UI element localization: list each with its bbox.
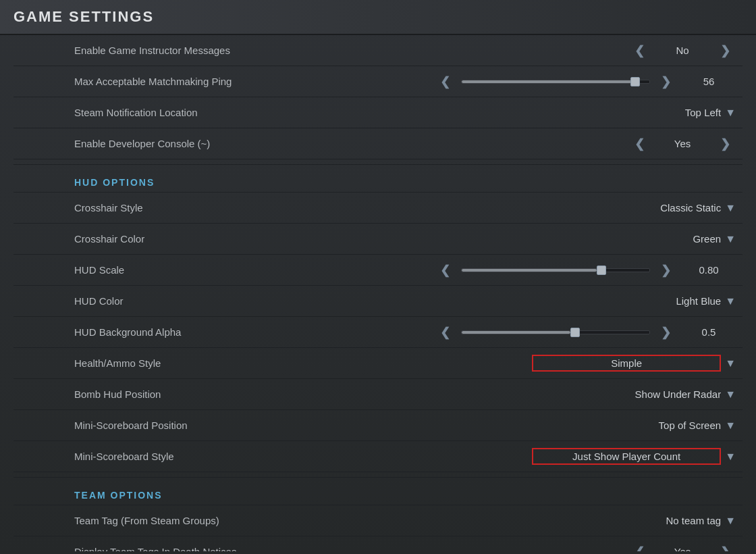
crosshair-color-chevron: ▼ (725, 233, 736, 245)
arrow-left-ping[interactable]: ❮ (435, 73, 456, 91)
health-ammo-dropdown[interactable]: Simple ▼ (532, 355, 736, 372)
crosshair-style-dropdown[interactable]: Classic Static ▼ (613, 202, 736, 214)
label-instructor-messages: Enable Game Instructor Messages (14, 45, 405, 56)
hud-color-chevron: ▼ (725, 295, 736, 307)
mini-scoreboard-pos-dropdown[interactable]: Top of Screen ▼ (613, 420, 736, 432)
label-crosshair-color: Crosshair Color (14, 233, 405, 245)
value-hud-color: Light Blue (613, 295, 721, 307)
hud-color-dropdown[interactable]: Light Blue ▼ (613, 295, 736, 307)
label-display-team-tags: Display Team Tags In Death Notices (14, 546, 405, 551)
health-ammo-chevron: ▼ (725, 357, 736, 370)
arrow-right-hud-alpha[interactable]: ❯ (655, 324, 676, 341)
setting-row-hud-bg-alpha: HUD Background Alpha ❮ ❯ 0.5 (14, 317, 742, 348)
control-health-ammo: Simple ▼ (405, 355, 742, 372)
ping-slider-thumb[interactable] (630, 77, 640, 86)
hud-scale-slider[interactable] (461, 268, 650, 272)
setting-row-instructor-messages: Enable Game Instructor Messages ❮ No ❯ (14, 35, 742, 66)
value-steam-notification: Top Left (613, 107, 721, 118)
spacer-1 (14, 159, 742, 165)
ping-slider[interactable] (461, 80, 650, 84)
control-bomb-hud: Show Under Radar ▼ (405, 388, 742, 401)
hud-scale-track (461, 268, 650, 272)
label-team-tag: Team Tag (From Steam Groups) (14, 515, 405, 526)
arrow-right-instructor[interactable]: ❯ (715, 42, 736, 59)
page-container: GAME SETTINGS Enable Game Instructor Mes… (0, 0, 756, 554)
setting-row-bomb-hud: Bomb Hud Position Show Under Radar ▼ (14, 379, 742, 410)
hud-scale-thumb[interactable] (597, 266, 606, 275)
label-ping: Max Acceptable Matchmaking Ping (14, 76, 405, 87)
label-crosshair-style: Crosshair Style (14, 202, 405, 213)
arrow-left-hud-scale[interactable]: ❮ (435, 261, 456, 279)
setting-row-steam-notification: Steam Notification Location Top Left ▼ (14, 97, 742, 128)
control-steam-notification: Top Left ▼ (405, 107, 742, 119)
control-dev-console: ❮ Yes ❯ (405, 135, 742, 153)
value-crosshair-color: Green (613, 233, 721, 245)
value-mini-scoreboard-style: Just Show Player Count (532, 448, 721, 465)
label-mini-scoreboard-style: Mini-Scoreboard Style (14, 451, 405, 462)
arrow-right-ping[interactable]: ❯ (655, 73, 676, 91)
value-hud-scale: 0.80 (682, 264, 736, 276)
label-health-ammo: Health/Ammo Style (14, 357, 405, 369)
label-hud-bg-alpha: HUD Background Alpha (14, 326, 405, 338)
control-hud-scale: ❮ ❯ 0.80 (405, 261, 742, 279)
control-instructor-messages: ❮ No ❯ (405, 42, 742, 59)
label-mini-scoreboard-pos: Mini-Scoreboard Position (14, 420, 405, 431)
page-title: GAME SETTINGS (14, 8, 154, 25)
value-bomb-hud: Show Under Radar (613, 388, 721, 400)
value-team-tag: No team tag (613, 515, 721, 526)
value-mini-scoreboard-pos: Top of Screen (613, 420, 721, 431)
label-steam-notification: Steam Notification Location (14, 107, 405, 118)
team-tag-dropdown[interactable]: No team tag ▼ (613, 515, 736, 527)
value-health-ammo: Simple (532, 355, 721, 372)
arrow-left-team-tags[interactable]: ❮ (629, 543, 650, 552)
setting-row-mini-scoreboard-style: Mini-Scoreboard Style Just Show Player C… (14, 441, 742, 472)
mini-scoreboard-style-chevron: ▼ (725, 451, 736, 463)
settings-header: GAME SETTINGS (0, 0, 756, 35)
ping-slider-track (461, 80, 650, 84)
hud-scale-fill (462, 269, 597, 272)
setting-row-ping: Max Acceptable Matchmaking Ping ❮ ❯ 56 (14, 66, 742, 97)
setting-row-display-team-tags: Display Team Tags In Death Notices ❮ Yes… (14, 536, 742, 551)
control-display-team-tags: ❮ Yes ❯ (405, 543, 742, 552)
hud-section-header: HUD OPTIONS (14, 165, 742, 193)
crosshair-style-chevron: ▼ (725, 202, 736, 214)
control-team-tag: No team tag ▼ (405, 515, 742, 527)
team-tag-chevron: ▼ (725, 515, 736, 527)
label-bomb-hud: Bomb Hud Position (14, 388, 405, 400)
arrow-left-dev-console[interactable]: ❮ (629, 135, 650, 153)
arrow-left-instructor[interactable]: ❮ (629, 42, 650, 59)
setting-row-hud-scale: HUD Scale ❮ ❯ 0.80 (14, 255, 742, 286)
value-crosshair-style: Classic Static (613, 202, 721, 213)
control-hud-bg-alpha: ❮ ❯ 0.5 (405, 324, 742, 341)
arrow-right-dev-console[interactable]: ❯ (715, 135, 736, 153)
control-mini-scoreboard-style: Just Show Player Count ▼ (405, 448, 742, 465)
hud-alpha-slider[interactable] (461, 330, 650, 334)
control-mini-scoreboard-pos: Top of Screen ▼ (405, 420, 742, 432)
hud-alpha-track (461, 330, 650, 334)
arrow-right-hud-scale[interactable]: ❯ (655, 261, 676, 279)
mini-scoreboard-pos-chevron: ▼ (725, 420, 736, 432)
crosshair-color-dropdown[interactable]: Green ▼ (613, 233, 736, 245)
value-hud-alpha: 0.5 (682, 326, 736, 338)
label-dev-console: Enable Developer Console (~) (14, 138, 405, 149)
control-hud-color: Light Blue ▼ (405, 295, 742, 307)
arrow-left-hud-alpha[interactable]: ❮ (435, 324, 456, 341)
label-hud-scale: HUD Scale (14, 264, 405, 276)
spacer-2 (14, 472, 742, 478)
label-hud-color: HUD Color (14, 295, 405, 307)
ping-slider-fill (462, 80, 640, 83)
mini-scoreboard-style-dropdown[interactable]: Just Show Player Count ▼ (532, 448, 736, 465)
steam-notification-dropdown[interactable]: Top Left ▼ (613, 107, 736, 119)
setting-row-hud-color: HUD Color Light Blue ▼ (14, 286, 742, 317)
hud-alpha-thumb[interactable] (570, 328, 580, 337)
control-crosshair-style: Classic Static ▼ (405, 202, 742, 214)
bomb-hud-dropdown[interactable]: Show Under Radar ▼ (613, 388, 736, 401)
setting-row-crosshair-color: Crosshair Color Green ▼ (14, 224, 742, 255)
control-crosshair-color: Green ▼ (405, 233, 742, 245)
arrow-right-team-tags[interactable]: ❯ (715, 543, 736, 552)
setting-row-health-ammo: Health/Ammo Style Simple ▼ (14, 348, 742, 379)
bomb-hud-chevron: ▼ (725, 388, 736, 401)
hud-alpha-fill (462, 331, 570, 334)
value-instructor: No (655, 45, 709, 56)
settings-content: Enable Game Instructor Messages ❮ No ❯ M… (0, 35, 756, 551)
